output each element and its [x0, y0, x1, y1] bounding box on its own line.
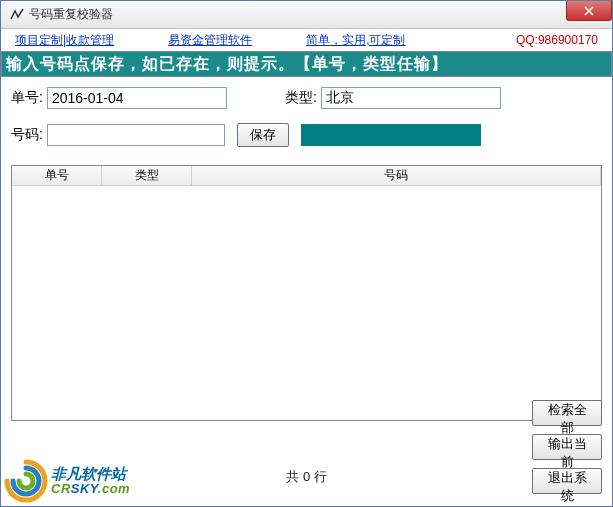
haoma-label: 号码: — [11, 126, 43, 144]
leixing-input[interactable] — [321, 87, 501, 109]
watermark-text: 非凡软件站 CRSKY.com — [51, 466, 130, 495]
col-header-danhao[interactable]: 单号 — [12, 166, 102, 185]
row-haoma: 号码: 保存 — [11, 123, 602, 147]
form-area: 单号: 类型: 号码: 保存 — [1, 77, 612, 165]
qq-label: QQ:986900170 — [516, 33, 598, 47]
titlebar: 号码重复校验器 — [1, 1, 612, 29]
instruction-banner: 输入号码点保存，如已存在，则提示。【单号，类型任输】 — [1, 51, 612, 77]
side-buttons: 检索全部 输出当前 退出系统 — [532, 400, 602, 494]
save-button[interactable]: 保存 — [237, 123, 289, 147]
danhao-label: 单号: — [11, 89, 43, 107]
link-fund[interactable]: 易资金管理软件 — [168, 32, 252, 49]
link-simple[interactable]: 简单，实用,可定制 — [306, 32, 405, 49]
col-header-haoma[interactable]: 号码 — [192, 166, 601, 185]
watermark-line2: CRSKY.com — [51, 482, 130, 496]
search-all-button[interactable]: 检索全部 — [532, 400, 602, 426]
app-icon — [9, 7, 25, 23]
status-box — [301, 124, 481, 146]
danhao-input[interactable] — [47, 87, 227, 109]
result-table: 单号 类型 号码 — [11, 165, 602, 421]
close-button[interactable] — [566, 1, 612, 21]
exit-button[interactable]: 退出系统 — [532, 468, 602, 494]
close-icon — [584, 6, 594, 16]
export-current-button[interactable]: 输出当前 — [532, 434, 602, 460]
leixing-label: 类型: — [285, 89, 317, 107]
window-title: 号码重复校验器 — [29, 6, 113, 23]
link-bar: 项目定制|收款管理 易资金管理软件 简单，实用,可定制 QQ:986900170 — [1, 29, 612, 51]
table-header: 单号 类型 号码 — [12, 166, 601, 186]
haoma-input[interactable] — [47, 124, 225, 146]
link-project[interactable]: 项目定制|收款管理 — [15, 32, 114, 49]
col-header-leixing[interactable]: 类型 — [102, 166, 192, 185]
app-window: 号码重复校验器 项目定制|收款管理 易资金管理软件 简单，实用,可定制 QQ:9… — [0, 0, 613, 507]
row-danhao-leixing: 单号: 类型: — [11, 87, 602, 109]
watermark-icon — [3, 458, 49, 504]
watermark: 非凡软件站 CRSKY.com — [3, 458, 130, 504]
watermark-line1: 非凡软件站 — [51, 466, 130, 482]
